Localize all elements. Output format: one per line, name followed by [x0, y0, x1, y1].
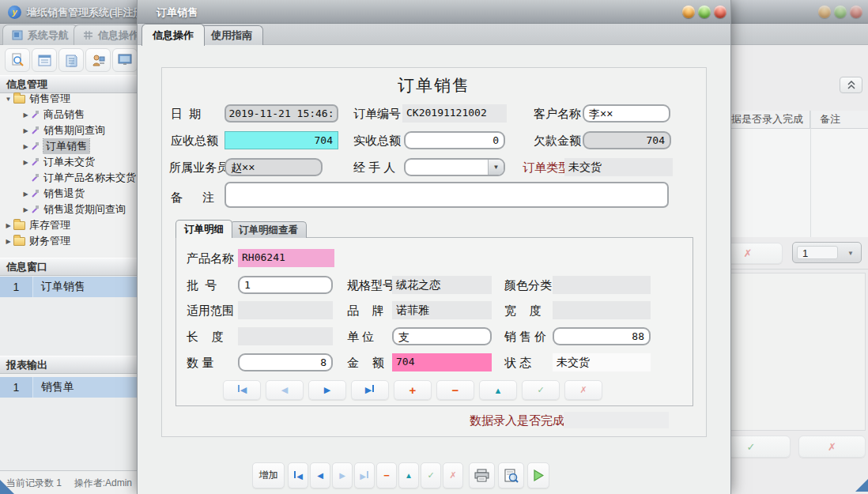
- edit-row-button[interactable]: ▲: [479, 380, 517, 400]
- next-record-icon: ▶: [339, 471, 345, 480]
- nav-last-button[interactable]: ▶: [351, 380, 389, 400]
- tree-item-product-sales[interactable]: ▶ 商品销售: [0, 107, 137, 123]
- tree-label: 销售退货期间查询: [43, 202, 126, 217]
- dialog-tab-info-operation[interactable]: 信息操作: [142, 24, 205, 46]
- owed-label: 欠款金额: [534, 134, 581, 149]
- page-select-dropdown[interactable]: 1 ▼: [792, 242, 862, 263]
- nav-first-button[interactable]: ◀: [223, 380, 261, 400]
- amount-field[interactable]: 704: [392, 353, 492, 371]
- received-field[interactable]: 0: [404, 131, 505, 149]
- handler-dropdown[interactable]: ▼: [404, 158, 505, 176]
- toolbar-next-button[interactable]: ▶: [332, 462, 353, 488]
- insert-row-button[interactable]: +: [394, 380, 432, 400]
- price-field[interactable]: 88: [553, 327, 651, 345]
- document-icon: [66, 54, 77, 67]
- cross-icon: ✗: [828, 441, 836, 453]
- tree-label: 销售期间查询: [43, 123, 105, 138]
- status-label: 状 态: [504, 356, 531, 371]
- first-record-icon: ◀: [293, 471, 303, 481]
- sidebar-statusbar: 当前记录数 1 操作者:Admin: [0, 470, 137, 494]
- tree-item-sales-management[interactable]: ▼ 销售管理: [0, 91, 137, 107]
- tree-item-order-undelivered[interactable]: ▶ 订单未交货: [0, 154, 137, 170]
- toolbar-prev-button[interactable]: ◀: [310, 462, 330, 488]
- operator: 操作者:Admin: [74, 477, 132, 494]
- toolbar-last-button[interactable]: ▶: [354, 462, 375, 488]
- check-icon: ✓: [537, 385, 544, 395]
- search-doc-icon: [10, 53, 25, 67]
- add-button[interactable]: 增加: [252, 462, 285, 488]
- resize-grip[interactable]: [0, 480, 14, 494]
- product-field[interactable]: RH06241: [238, 249, 334, 267]
- print-preview-button[interactable]: [498, 462, 524, 488]
- form-view-button[interactable]: [32, 48, 57, 72]
- minimize-button[interactable]: [818, 6, 831, 18]
- detail-tab-order-detail-view[interactable]: 订单明细查看: [230, 221, 307, 238]
- length-label: 长 度: [187, 330, 224, 345]
- form-title: 订单销售: [161, 74, 707, 96]
- tree-item-order-product-undelivered[interactable]: 订单产品名称未交货: [0, 170, 137, 186]
- data-complete-field[interactable]: [564, 412, 669, 428]
- tab-system-navigation[interactable]: 系统导航: [2, 25, 78, 45]
- minimize-button[interactable]: [682, 6, 695, 18]
- monitor-button[interactable]: [112, 48, 137, 72]
- nav-prev-button[interactable]: ◀: [266, 380, 304, 400]
- info-window-list-item[interactable]: 1 订单销售: [0, 277, 137, 297]
- grid-column-remark[interactable]: 备注: [810, 111, 868, 129]
- maximize-button[interactable]: [834, 6, 847, 18]
- toolbar-delete-button[interactable]: −: [376, 462, 397, 488]
- toolbar-cancel-button[interactable]: ✗: [443, 462, 463, 488]
- dialog-window-controls: [682, 6, 726, 18]
- next-record-icon: ▶: [324, 385, 330, 395]
- batch-label: 批 号: [187, 278, 217, 293]
- background-close-button[interactable]: ✗: [798, 436, 866, 458]
- report-list-item[interactable]: 1 销售单: [0, 377, 137, 398]
- collapse-panel-button[interactable]: [840, 77, 862, 93]
- collapsed-arrow-icon: ▶: [21, 111, 31, 119]
- last-record-icon: ▶: [360, 471, 369, 481]
- spec-field: 绒花之恋: [392, 276, 492, 294]
- customer-field[interactable]: 李××: [583, 104, 670, 123]
- document-button[interactable]: [58, 48, 84, 72]
- maximize-button[interactable]: [698, 6, 711, 18]
- print-button[interactable]: [469, 462, 495, 488]
- tree-label: 商品销售: [43, 107, 85, 122]
- date-field[interactable]: 2019-11-21 15:46:: [225, 104, 338, 123]
- printer-icon: [474, 469, 489, 482]
- cancel-row-button[interactable]: ✗: [564, 380, 602, 400]
- remark-field[interactable]: [225, 182, 669, 208]
- delete-row-button[interactable]: −: [436, 380, 474, 400]
- unit-field[interactable]: 支: [392, 327, 492, 345]
- tab-label: 信息操作: [153, 28, 194, 43]
- order-type-field: 未交货: [564, 158, 673, 176]
- post-row-button[interactable]: ✓: [522, 380, 560, 400]
- tree-item-sales-period-query[interactable]: ▶ 销售期间查询: [0, 123, 137, 138]
- tree-label: 订单未交货: [43, 155, 95, 169]
- toolbar-first-button[interactable]: ◀: [288, 462, 308, 488]
- close-button[interactable]: [850, 6, 862, 18]
- receivable-field[interactable]: 704: [225, 131, 338, 149]
- customer-label: 客户名称: [534, 107, 581, 122]
- check-icon: ✓: [427, 470, 434, 481]
- tree-item-order-sales[interactable]: ▶ 订单销售: [0, 138, 137, 154]
- dialog-tab-user-guide[interactable]: 使用指南: [200, 25, 263, 45]
- resize-grip[interactable]: [855, 479, 868, 492]
- tree-item-inventory-management[interactable]: ▶ 库存管理: [0, 217, 137, 233]
- tree-label: 销售退货: [43, 187, 85, 201]
- close-button[interactable]: [714, 6, 726, 18]
- nav-next-button[interactable]: ▶: [308, 380, 346, 400]
- remark-label: 备 注: [171, 190, 214, 206]
- batch-field[interactable]: 1: [238, 276, 333, 294]
- tree-item-sales-return[interactable]: ▶ 销售退货: [0, 186, 137, 202]
- chevron-down-icon[interactable]: ▼: [488, 160, 504, 175]
- search-button[interactable]: [5, 48, 30, 72]
- tree-item-finance-management[interactable]: ▶ 财务管理: [0, 233, 137, 249]
- run-report-button[interactable]: [527, 462, 549, 488]
- info-window-empty-area: [0, 297, 137, 356]
- tree-item-sales-return-period-query[interactable]: ▶ 销售退货期间查询: [0, 202, 137, 217]
- qty-field[interactable]: 8: [238, 353, 333, 371]
- minus-icon: −: [383, 469, 390, 481]
- toolbar-edit-button[interactable]: ▲: [398, 462, 419, 488]
- detail-tab-order-detail[interactable]: 订单明细: [175, 220, 232, 238]
- user-button[interactable]: [85, 48, 111, 72]
- toolbar-post-button[interactable]: ✓: [421, 462, 441, 488]
